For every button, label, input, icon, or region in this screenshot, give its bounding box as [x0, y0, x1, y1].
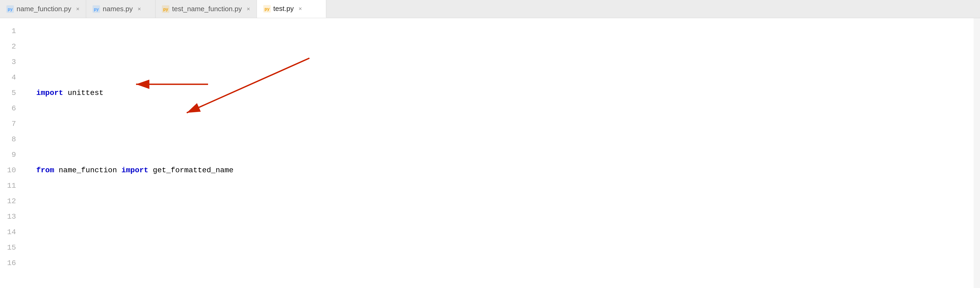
line-num-5: 5	[0, 85, 16, 101]
line-numbers: 1 2 3 4 5 6 7 8 9 10 11 12 13 14 15 16	[0, 18, 21, 288]
tab-test[interactable]: py test.py ×	[257, 0, 326, 18]
code-editor[interactable]: import unittest from name_function impor…	[21, 18, 974, 288]
code-text: get_formatted_name	[148, 163, 234, 178]
svg-text:py: py	[8, 7, 13, 11]
code-line-3	[27, 240, 974, 255]
tab-close-icon[interactable]: ×	[138, 6, 141, 13]
line-num-16: 16	[0, 255, 16, 271]
tab-close-icon[interactable]: ×	[76, 6, 80, 13]
kw-import-2: import	[121, 163, 148, 178]
kw-import-1: import	[36, 85, 63, 101]
line-num-8: 8	[0, 132, 16, 147]
python-test-file-icon: py	[263, 5, 271, 13]
line-num-13: 13	[0, 209, 16, 224]
svg-text:py: py	[94, 7, 99, 11]
line-num-10: 10	[0, 163, 16, 178]
editor-container: py name_function.py × py names.py × py t…	[0, 0, 980, 288]
tab-name-function[interactable]: py name_function.py ×	[0, 0, 86, 18]
line-num-7: 7	[0, 116, 16, 132]
code-text: unittest	[63, 85, 103, 101]
tab-label: test.py	[274, 5, 294, 13]
line-num-15: 15	[0, 240, 16, 255]
tab-bar: py name_function.py × py names.py × py t…	[0, 0, 980, 18]
line-num-6: 6	[0, 101, 16, 116]
line-num-14: 14	[0, 224, 16, 240]
line-num-1: 1	[0, 24, 16, 39]
line-num-2: 2	[0, 39, 16, 54]
python-file-icon: py	[92, 5, 100, 13]
code-area: 1 2 3 4 5 6 7 8 9 10 11 12 13 14 15 16 i…	[0, 18, 980, 288]
tab-label: names.py	[103, 5, 133, 13]
tab-names[interactable]: py names.py ×	[86, 0, 156, 18]
line-num-11: 11	[0, 178, 16, 194]
python-file-icon: py	[6, 5, 14, 13]
svg-text:py: py	[264, 7, 269, 11]
tab-close-icon[interactable]: ×	[247, 6, 250, 13]
tab-close-icon[interactable]: ×	[299, 5, 302, 12]
svg-text:py: py	[163, 7, 168, 11]
tab-label: test_name_function.py	[172, 5, 242, 13]
scrollbar[interactable]	[974, 18, 980, 288]
line-num-4: 4	[0, 70, 16, 85]
line-num-3: 3	[0, 54, 16, 70]
tab-test-name-function[interactable]: py test_name_function.py ×	[156, 0, 256, 18]
line-num-9: 9	[0, 147, 16, 163]
code-text: name_function	[54, 163, 121, 178]
kw-from: from	[36, 163, 54, 178]
line-num-12: 12	[0, 194, 16, 209]
code-line-2: from name_function import get_formatted_…	[27, 163, 974, 178]
code-line-1: import unittest	[27, 85, 974, 101]
python-test-file-icon: py	[162, 5, 169, 13]
tab-label: name_function.py	[16, 5, 71, 13]
